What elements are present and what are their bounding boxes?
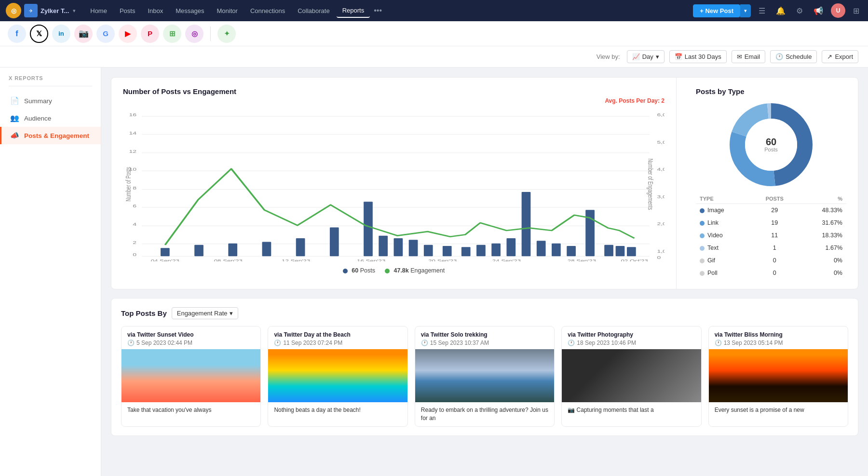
engagement-legend-item: 47.8k Engagement	[385, 267, 445, 274]
nav-connections[interactable]: Connections	[244, 4, 291, 17]
chart-avg-label: Avg. Posts Per Day: 2	[123, 97, 665, 104]
posts-by-type-chart: Posts by Type	[684, 78, 858, 289]
nav-reports[interactable]: Reports	[337, 4, 370, 18]
svg-rect-29	[228, 244, 237, 257]
svg-rect-43	[522, 192, 531, 256]
post-card-text: Take that vacation you've always	[122, 402, 260, 418]
posts-type-row: Link 19 31.67%	[696, 217, 846, 229]
post-card[interactable]: via Twitter Sunset Video 🕐 5 Sep 2023 02…	[121, 326, 261, 427]
svg-rect-44	[537, 241, 546, 256]
svg-rect-50	[627, 247, 636, 256]
top-posts-filter-button[interactable]: Engagement Rate ▾	[172, 307, 238, 319]
col-type: TYPE	[696, 194, 752, 204]
svg-text:16 Sep'23: 16 Sep'23	[357, 258, 385, 261]
notifications-icon[interactable]: 🔔	[773, 4, 788, 17]
svg-rect-37	[424, 245, 433, 256]
more-nav-icon[interactable]: •••	[371, 4, 385, 17]
social-tab-linkedin[interactable]: in	[52, 25, 70, 43]
new-post-button[interactable]: + New Post	[693, 4, 740, 17]
svg-text:02 Oct'23: 02 Oct'23	[621, 258, 648, 261]
posts-grid: via Twitter Sunset Video 🕐 5 Sep 2023 02…	[121, 326, 848, 427]
top-posts-header: Top Posts By Engagement Rate ▾	[121, 307, 848, 319]
post-card[interactable]: via Twitter Photography 🕐 18 Sep 2023 10…	[561, 326, 701, 427]
brand-area[interactable]: ✈ Zylker T... ▾	[24, 4, 76, 17]
social-tab-facebook[interactable]: f	[8, 25, 26, 43]
brand-icon: ✈	[24, 4, 38, 17]
svg-rect-38	[443, 246, 452, 256]
post-card-date: 18 Sep 2023 10:46 PM	[577, 340, 636, 346]
social-tab-google[interactable]: G	[96, 25, 115, 43]
social-tab-pinterest[interactable]: P	[141, 25, 159, 43]
social-tab-extra2[interactable]: ✦	[217, 25, 236, 43]
hamburger-icon[interactable]: ☰	[756, 4, 768, 17]
social-tab-extra1[interactable]: ◎	[185, 25, 203, 43]
clock-icon: 🕐	[127, 340, 135, 346]
sidebar-item-audience[interactable]: 👥 Audience	[0, 109, 101, 127]
post-card-date: 5 Sep 2023 02:44 PM	[136, 340, 192, 346]
col-posts: POSTS	[752, 194, 797, 204]
email-button[interactable]: ✉ Email	[732, 50, 766, 63]
svg-text:0: 0	[657, 255, 661, 260]
post-card[interactable]: via Twitter Day at the Beach 🕐 11 Sep 20…	[268, 326, 407, 427]
combo-chart: 16 14 12 10 8 6 4 2 0 6,000 5,000 4,000 …	[123, 107, 665, 261]
col-pct: %	[797, 194, 846, 204]
export-button[interactable]: ↗ Export	[822, 50, 858, 63]
svg-text:2,000: 2,000	[657, 221, 665, 227]
clock-icon: 🕐	[568, 340, 575, 346]
engagement-legend-dot	[385, 269, 390, 273]
nav-inbox[interactable]: Inbox	[142, 4, 169, 17]
svg-text:Posts: Posts	[764, 147, 778, 152]
svg-rect-32	[330, 228, 339, 257]
export-icon: ↗	[827, 53, 832, 60]
social-tab-sprinklr[interactable]: ⊞	[163, 25, 181, 43]
user-avatar[interactable]: U	[831, 3, 845, 18]
post-card-via: via Twitter Sunset Video	[127, 331, 255, 338]
nav-monitor[interactable]: Monitor	[211, 4, 244, 17]
combo-chart-svg: 16 14 12 10 8 6 4 2 0 6,000 5,000 4,000 …	[123, 107, 665, 261]
posts-type-table: TYPE POSTS % Image 29 48.33% Link 19 31.…	[696, 194, 846, 279]
settings-icon[interactable]: ⚙	[793, 4, 806, 17]
nav-home[interactable]: Home	[84, 4, 113, 17]
svg-text:0: 0	[133, 252, 136, 258]
email-icon: ✉	[737, 53, 742, 60]
chart-right-title: Posts by Type	[696, 87, 846, 95]
new-post-dropdown-button[interactable]: ▾	[740, 4, 751, 17]
post-card[interactable]: via Twitter Solo trekking 🕐 15 Sep 2023 …	[415, 326, 555, 427]
svg-rect-28	[194, 245, 203, 256]
post-card-image	[268, 349, 407, 402]
social-tab-twitter[interactable]: 𝕏	[30, 25, 48, 43]
social-tab-youtube[interactable]: ▶	[119, 25, 137, 43]
date-range-button[interactable]: 📅 Last 30 Days	[669, 50, 727, 63]
svg-rect-40	[476, 245, 486, 256]
posts-type-row: Video 11 18.33%	[696, 229, 846, 242]
schedule-button[interactable]: 🕐 Schedule	[770, 50, 817, 63]
apps-grid-icon[interactable]: ⊞	[850, 4, 862, 17]
svg-text:12: 12	[129, 149, 136, 154]
svg-text:5,000: 5,000	[657, 139, 665, 145]
announce-icon[interactable]: 📢	[811, 4, 826, 17]
view-by-day-button[interactable]: 📈 Day ▾	[627, 50, 665, 63]
social-tabs-bar: f 𝕏 in 📷 G ▶ P ⊞ ◎ ✦	[0, 21, 868, 46]
svg-rect-46	[567, 246, 576, 256]
svg-text:6,000: 6,000	[657, 112, 665, 117]
sidebar-item-summary[interactable]: 📄 Summary	[0, 92, 101, 109]
social-tab-instagram[interactable]: 📷	[74, 25, 93, 43]
svg-rect-49	[616, 246, 625, 256]
svg-rect-41	[491, 244, 501, 257]
nav-messages[interactable]: Messages	[170, 4, 210, 17]
post-card-text: Ready to embark on a thrilling adventure…	[415, 402, 554, 426]
post-card-date: 13 Sep 2023 05:14 PM	[724, 340, 783, 346]
posts-engagement-icon: 📣	[10, 131, 19, 140]
nav-posts[interactable]: Posts	[114, 4, 141, 17]
svg-text:14: 14	[129, 130, 136, 136]
nav-collaborate[interactable]: Collaborate	[292, 4, 336, 17]
sidebar-item-posts-engagement[interactable]: 📣 Posts & Engagement	[0, 127, 101, 144]
posts-type-row: Poll 0 0%	[696, 267, 846, 279]
svg-text:6: 6	[133, 203, 136, 208]
summary-icon: 📄	[10, 96, 19, 105]
svg-rect-35	[394, 238, 403, 256]
post-card[interactable]: via Twitter Bliss Morning 🕐 13 Sep 2023 …	[708, 326, 848, 427]
clock-icon: 🕐	[715, 340, 722, 346]
svg-text:08 Sep'23: 08 Sep'23	[214, 258, 243, 261]
view-by-label: View by:	[597, 53, 620, 60]
